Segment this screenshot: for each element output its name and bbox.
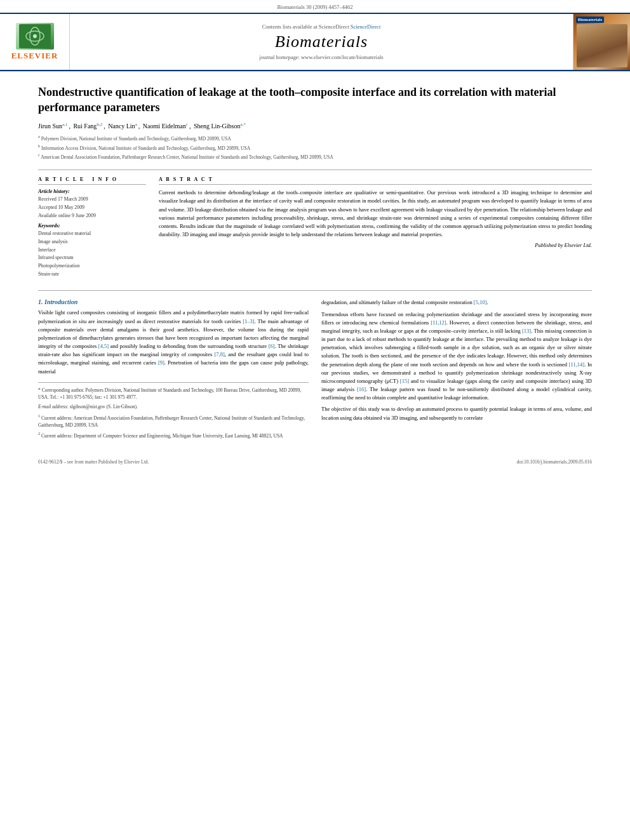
intro-text-right: degradation, and ultimately failure of t… <box>321 298 592 422</box>
footnote-star: * Corresponding author. Polymers Divisio… <box>38 387 309 401</box>
banner: ELSEVIER Contents lists available at Sci… <box>0 13 630 71</box>
body-content: 1. Introduction Visible light cured comp… <box>38 298 592 441</box>
abstract-section: A B S T R A C T Current methods to deter… <box>159 177 592 281</box>
abstract-label: A B S T R A C T <box>159 177 592 185</box>
thumb-image <box>577 24 627 67</box>
article-history: Article history: Received 17 March 2009 … <box>38 189 146 219</box>
article-info: A R T I C L E I N F O Article history: R… <box>38 177 146 281</box>
footnotes: * Corresponding author. Polymers Divisio… <box>38 382 309 440</box>
paper-content: Nondestructive quantification of leakage… <box>0 72 630 454</box>
article-info-label: A R T I C L E I N F O <box>38 177 146 185</box>
affiliation-b: b Information Access Division, National … <box>38 143 592 152</box>
svg-point-3 <box>33 34 37 38</box>
authors-line: Jirun Suna,1, Rui Fangb,2, Nancy Lina, N… <box>38 122 592 130</box>
journal-reference: Biomaterials 30 (2009) 4457–4462 <box>0 4 630 10</box>
sciencedirect-link[interactable]: ScienceDirect <box>351 23 381 30</box>
page-wrapper: Biomaterials 30 (2009) 4457–4462 ELSEVIE… <box>0 0 630 465</box>
elsevier-icon <box>16 23 54 50</box>
keywords-section: Keywords: Dental restorative material Im… <box>38 223 146 277</box>
author-1: Jirun Suna,1 <box>38 123 67 130</box>
author-4: Naomi Eidelmanc <box>143 123 188 130</box>
body-right-column: degradation, and ultimately failure of t… <box>321 298 592 441</box>
published-by: Published by Elsevier Ltd. <box>159 241 592 250</box>
journal-title: Biomaterials <box>275 32 368 51</box>
intro-text-left: Visible light cured composites consistin… <box>38 309 309 375</box>
journal-thumbnail: Biomaterials <box>573 14 630 70</box>
thumb-label: Biomaterials <box>576 17 604 23</box>
section-divider <box>38 290 592 291</box>
journal-header: Biomaterials 30 (2009) 4457–4462 ELSEVIE… <box>0 0 630 72</box>
body-left-column: 1. Introduction Visible light cured comp… <box>38 298 309 441</box>
page-footer: 0142-9612/$ – see front matter Published… <box>0 459 630 465</box>
info-abstract-section: A R T I C L E I N F O Article history: R… <box>38 170 592 281</box>
affiliation-a: a Polymers Division, National Institute … <box>38 133 592 142</box>
history-label: Article history: <box>38 189 146 194</box>
journal-homepage: journal homepage: www.elsevier.com/locat… <box>259 54 383 60</box>
footnote-1: 1 Current address: American Dental Assoc… <box>38 413 309 429</box>
paper-title: Nondestructive quantification of leakage… <box>38 84 592 116</box>
abstract-text: Current methods to determine debonding/l… <box>159 189 592 250</box>
elsevier-logo: ELSEVIER <box>0 14 70 70</box>
affiliations: a Polymers Division, National Institute … <box>38 133 592 161</box>
author-2: Rui Fangb,2 <box>73 123 102 130</box>
keywords-list: Dental restorative material Image analys… <box>38 230 146 277</box>
banner-center: Contents lists available at ScienceDirec… <box>70 14 573 70</box>
footnote-email: E-mail address: slgibson@nist.gov (S. Li… <box>38 403 309 411</box>
footer-doi: doi:10.1016/j.biomaterials.2009.05.016 <box>516 459 592 465</box>
intro-section-title: 1. Introduction <box>38 298 309 305</box>
history-dates: Received 17 March 2009 Accepted 10 May 2… <box>38 196 146 219</box>
footnote-2: 2 Current address: Department of Compute… <box>38 430 309 439</box>
author-3: Nancy Lina <box>108 123 137 130</box>
keywords-label: Keywords: <box>38 223 146 229</box>
affiliation-c: c American Dental Association Foundation… <box>38 152 592 161</box>
elsevier-brand: ELSEVIER <box>11 51 58 61</box>
sciencedirect-line: Contents lists available at ScienceDirec… <box>262 23 381 30</box>
author-5: Sheng Lin-Gibsona,* <box>194 123 246 130</box>
footer-issn: 0142-9612/$ – see front matter Published… <box>38 459 149 465</box>
